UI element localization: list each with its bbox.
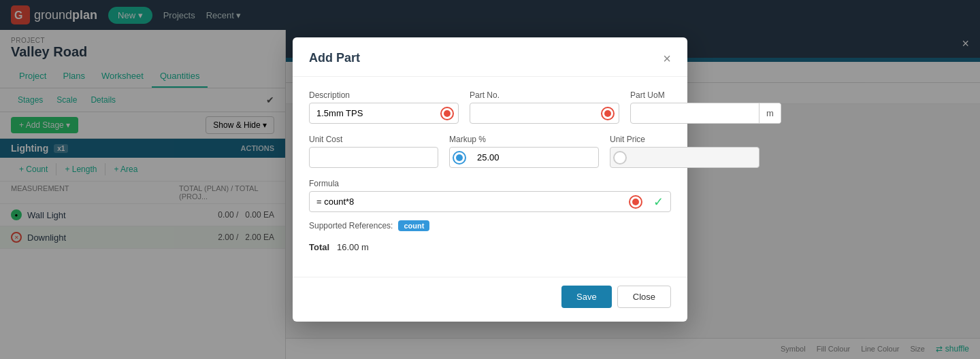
unitcost-group: Unit Cost xyxy=(309,135,438,168)
formula-input[interactable] xyxy=(310,192,626,211)
formula-input-wrap: ✓ xyxy=(309,191,671,212)
partuom-label: Part UoM xyxy=(630,90,781,100)
description-label: Description xyxy=(309,90,459,100)
partno-radio[interactable] xyxy=(601,107,615,120)
markup-label: Markup % xyxy=(449,135,599,144)
supported-references-row: Supported References: count xyxy=(309,220,671,231)
count-badge[interactable]: count xyxy=(398,220,429,231)
formula-check-icon: ✓ xyxy=(647,194,670,209)
unitcost-input[interactable] xyxy=(310,148,438,167)
markup-input[interactable] xyxy=(470,148,598,167)
form-row-1: Description Part No. Part UoM xyxy=(309,90,671,124)
description-group: Description xyxy=(309,90,459,124)
unitprice-label: Unit Price xyxy=(610,135,760,144)
modal-close-x-button[interactable]: × xyxy=(663,52,671,65)
partuom-input[interactable] xyxy=(631,103,759,123)
modal-title: Add Part xyxy=(309,51,360,65)
description-input[interactable] xyxy=(310,103,438,123)
unitcost-label: Unit Cost xyxy=(309,135,438,144)
modal-overlay: Add Part × Description Part No. xyxy=(0,0,980,359)
close-modal-button[interactable]: Close xyxy=(617,286,671,308)
unitprice-radio[interactable] xyxy=(613,151,627,165)
unitprice-input[interactable] xyxy=(631,148,759,167)
modal-body: Description Part No. Part UoM xyxy=(293,77,687,277)
markup-input-wrap xyxy=(449,147,599,168)
total-label: Total xyxy=(309,242,329,252)
form-row-2: Unit Cost Markup % Unit Price xyxy=(309,135,671,168)
description-radio[interactable] xyxy=(440,107,454,120)
partno-label: Part No. xyxy=(470,90,619,100)
add-part-modal: Add Part × Description Part No. xyxy=(293,37,687,322)
formula-radio[interactable] xyxy=(629,195,642,209)
markup-group: Markup % xyxy=(449,135,599,168)
partno-input-wrap xyxy=(470,103,619,124)
unitcost-input-wrap xyxy=(309,147,438,168)
markup-radio[interactable] xyxy=(453,151,466,165)
formula-group: Formula ✓ xyxy=(309,179,671,212)
partuom-suffix: m xyxy=(759,103,781,123)
formula-label: Formula xyxy=(309,179,671,188)
unitprice-input-wrap xyxy=(610,147,760,168)
unitprice-group: Unit Price xyxy=(610,135,760,168)
partuom-group: Part UoM m xyxy=(630,90,781,124)
save-button[interactable]: Save xyxy=(561,286,612,308)
partno-input[interactable] xyxy=(470,103,598,123)
partuom-input-wrap: m xyxy=(630,103,781,124)
total-value: 16.00 m xyxy=(337,242,369,252)
modal-footer: Save Close xyxy=(293,277,687,322)
partno-group: Part No. xyxy=(470,90,619,124)
total-row: Total 16.00 m xyxy=(309,242,671,252)
supported-label: Supported References: xyxy=(309,221,393,230)
modal-header: Add Part × xyxy=(293,37,687,77)
description-input-wrap xyxy=(309,103,459,124)
